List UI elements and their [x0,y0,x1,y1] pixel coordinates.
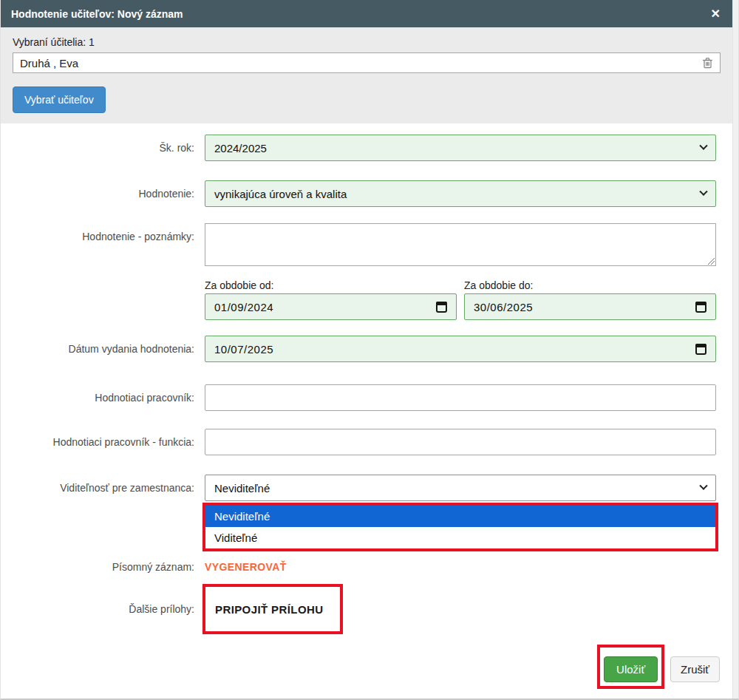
chevron-down-icon [699,188,707,196]
calendar-icon[interactable] [695,344,706,355]
evaluation-form: Šk. rok: 2024/2025 Hodnotenie: vynikajúc… [1,123,732,689]
annotation-box-visibility-options: Neviditeľné Viditeľné [202,503,718,551]
annotation-box-attach: PRIPOJIŤ PRÍLOHU [202,584,343,634]
evaluator-input[interactable] [205,384,716,411]
visibility-option-viditelne[interactable]: Viditeľné [205,527,715,548]
calendar-icon[interactable] [695,302,706,313]
period-row: Za obdobie od: 01/09/2024 Za obdobie do:… [1,279,732,320]
attachments-row: Ďalšie prílohy: PRIPOJIŤ PRÍLOHU [1,584,732,634]
attach-file-link[interactable]: PRIPOJIŤ PRÍLOHU [215,603,323,616]
selected-teacher-row: Druhá , Eva [13,52,721,73]
trash-icon [702,57,713,69]
evaluator-function-row: Hodnotiaci pracovník - funkcia: [1,429,732,455]
select-teachers-button[interactable]: Vybrať učiteľov [13,86,106,113]
issue-date-input[interactable]: 10/07/2025 [205,336,716,362]
rating-select[interactable]: vynikajúca úroveň a kvalita [205,180,716,207]
visibility-row: Viditeľnosť pre zamestnanca: Neviditeľné… [1,475,732,551]
period-from-label: Za obdobie od: [205,279,457,291]
issue-date-label: Dátum vydania hodnotenia: [1,336,205,355]
dialog-footer: Uložiť Zrušiť [1,645,732,689]
visibility-value: Neviditeľné [214,482,270,495]
notes-row: Hodnotenie - poznámky: [1,223,732,266]
dialog-title: Hodnotenie učiteľov: Nový záznam [11,8,709,20]
period-to-input[interactable]: 30/06/2025 [464,293,716,320]
notes-label: Hodnotenie - poznámky: [1,223,205,242]
evaluator-label: Hodnotiaci pracovník: [1,384,205,404]
rating-row: Hodnotenie: vynikajúca úroveň a kvalita [1,180,732,207]
period-to-group: Za obdobie do: 30/06/2025 [464,279,716,320]
issue-date-row: Dátum vydania hodnotenia: 10/07/2025 [1,336,732,362]
save-button[interactable]: Uložiť [604,656,658,682]
school-year-value: 2024/2025 [214,142,267,154]
vertical-scrollbar[interactable] [732,0,738,699]
chevron-down-icon [699,482,707,490]
rating-value: vynikajúca úroveň a kvalita [214,188,347,200]
selected-teacher-name: Druhá , Eva [20,57,702,69]
evaluator-function-input[interactable] [205,429,716,455]
evaluator-function-label: Hodnotiaci pracovník - funkcia: [1,429,205,448]
period-from-group: Za obdobie od: 01/09/2024 [205,279,457,320]
calendar-icon[interactable] [436,302,447,313]
modal-dialog: Hodnotenie učiteľov: Nový záznam ✕ Vybra… [0,0,739,700]
chevron-down-icon [699,142,707,150]
period-from-value: 01/09/2024 [214,301,273,313]
rating-label: Hodnotenie: [1,180,205,200]
school-year-label: Šk. rok: [1,135,205,154]
cancel-button[interactable]: Zrušiť [670,656,720,682]
period-to-value: 30/06/2025 [474,301,533,313]
visibility-select[interactable]: Neviditeľné [205,475,716,501]
visibility-label: Viditeľnosť pre zamestnanca: [1,475,205,494]
period-to-label: Za obdobie do: [464,279,716,291]
attachments-label: Ďalšie prílohy: [1,603,205,615]
school-year-row: Šk. rok: 2024/2025 [1,135,732,161]
dialog-titlebar: Hodnotenie učiteľov: Nový záznam ✕ [1,0,732,27]
written-record-row: Písomný záznam: VYGENEROVAŤ [1,560,732,574]
annotation-box-save: Uložiť [597,645,664,689]
resize-handle-icon[interactable] [708,258,715,265]
school-year-select[interactable]: 2024/2025 [205,135,716,161]
generate-record-link[interactable]: VYGENEROVAŤ [205,561,287,573]
selected-teachers-panel: Vybraní účitelia: 1 Druhá , Eva [1,27,732,123]
remove-teacher-button[interactable] [702,57,713,69]
selected-teachers-label: Vybraní účitelia: 1 [13,36,721,48]
evaluator-row: Hodnotiaci pracovník: [1,384,732,411]
issue-date-value: 10/07/2025 [214,343,273,356]
notes-textarea[interactable] [205,223,716,266]
written-record-label: Písomný záznam: [1,561,205,573]
visibility-option-neviditelne[interactable]: Neviditeľné [205,506,715,527]
close-icon[interactable]: ✕ [709,7,722,21]
period-from-input[interactable]: 01/09/2024 [205,293,457,320]
